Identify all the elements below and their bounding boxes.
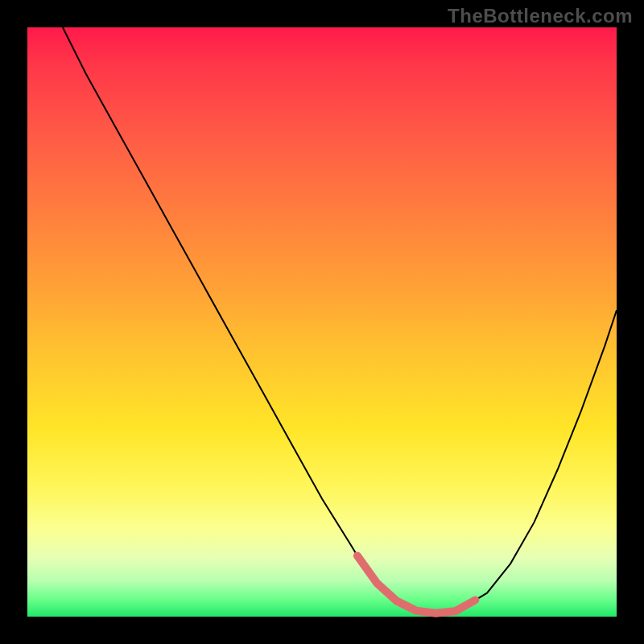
bottleneck-curve <box>63 27 617 613</box>
plot-area <box>27 27 617 617</box>
chart-frame: TheBottleneck.com <box>0 0 644 644</box>
watermark-text: TheBottleneck.com <box>448 5 633 27</box>
optimal-zone-marker <box>357 555 475 613</box>
curve-svg <box>27 27 617 617</box>
